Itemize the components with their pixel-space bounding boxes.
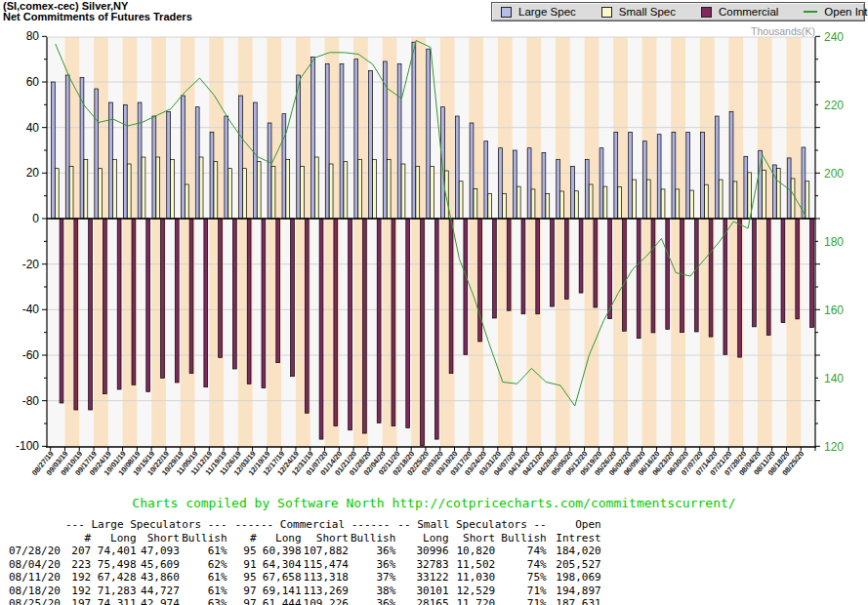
- cot-chart: -100-80-60-40-20020406080240220200180160…: [0, 0, 868, 494]
- table-column-header-row: # Long Short Bullish # Long Short Bullis…: [8, 532, 602, 545]
- svg-text:20: 20: [26, 166, 40, 180]
- table-group-header-row: --- Large Speculators --- ------ Commerc…: [8, 518, 602, 532]
- svg-text:220: 220: [824, 99, 844, 112]
- svg-text:-80: -80: [22, 394, 40, 408]
- table-row: 08/04/2022375,49845,60962%9164,304115,47…: [8, 558, 602, 572]
- table-row: 08/25/2019774,31142,97463%9761,444109,22…: [8, 597, 602, 605]
- svg-text:240: 240: [824, 30, 844, 44]
- svg-text:120: 120: [824, 440, 844, 454]
- svg-text:200: 200: [824, 167, 844, 181]
- group-large-speculators: --- Large Speculators ---: [64, 518, 228, 532]
- svg-text:-20: -20: [22, 258, 40, 271]
- cot-chart-page: (SI,comex-cec) Silver,NY Net Commitments…: [0, 0, 868, 605]
- svg-text:-60: -60: [22, 348, 40, 362]
- svg-text:140: 140: [824, 372, 844, 385]
- group-small-speculators: -- Small Speculators --: [396, 518, 547, 532]
- table-row: 08/18/2019271,28344,72761%9769,141113,26…: [8, 585, 602, 598]
- svg-text:180: 180: [824, 235, 844, 249]
- group-commercial: ------ Commercial ------: [228, 518, 397, 532]
- svg-text:80: 80: [26, 29, 40, 43]
- group-open: Open: [548, 518, 602, 532]
- footer-credit: Charts compiled by Software North http:/…: [0, 496, 868, 510]
- svg-text:0: 0: [32, 212, 39, 225]
- svg-text:40: 40: [26, 121, 40, 135]
- svg-text:60: 60: [26, 75, 40, 89]
- svg-text:-100: -100: [16, 439, 39, 453]
- svg-text:160: 160: [824, 303, 844, 317]
- table-row: 07/28/2020774,40147,09361%9560,398107,88…: [8, 544, 602, 558]
- svg-text:-40: -40: [22, 302, 40, 316]
- table-row: 08/11/2019267,42843,86061%9567,658113,31…: [8, 571, 602, 585]
- cot-data-table: --- Large Speculators --- ------ Commerc…: [8, 518, 602, 605]
